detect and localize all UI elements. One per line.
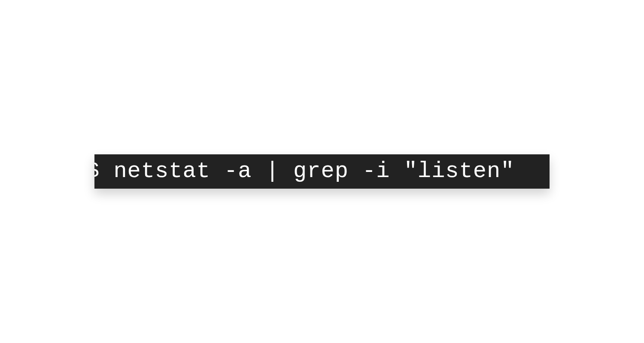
terminal-command-pill[interactable]: $ netstat -a | grep -i "listen" xyxy=(94,154,550,189)
terminal-command-text: $ netstat -a | grep -i "listen" xyxy=(94,160,514,183)
